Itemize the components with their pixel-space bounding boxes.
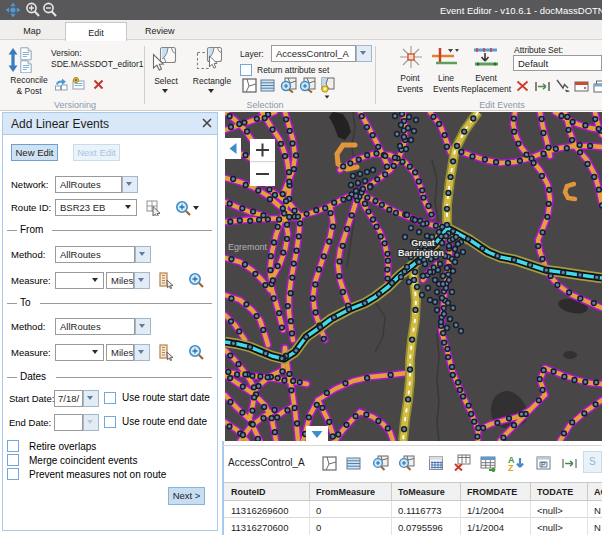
svg-text:Barrington: Barrington xyxy=(398,248,444,258)
svg-text:Egremont: Egremont xyxy=(228,242,268,252)
svg-text:P: P xyxy=(541,461,546,468)
svg-text:Z: Z xyxy=(508,463,514,472)
svg-text:Great: Great xyxy=(411,238,435,248)
